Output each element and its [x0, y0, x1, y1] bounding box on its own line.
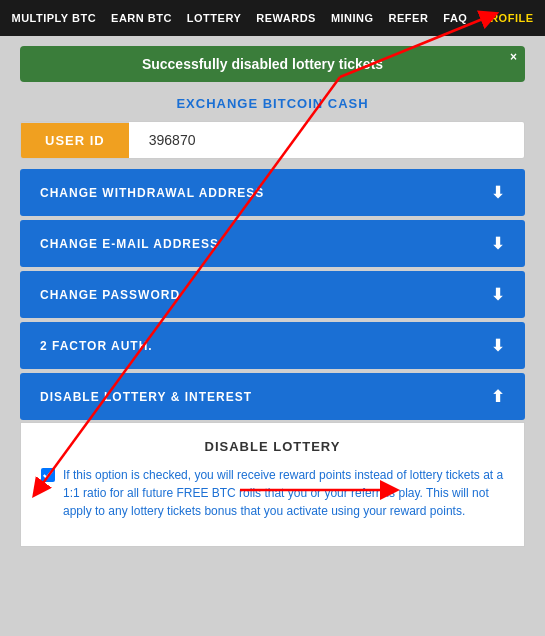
chevron-down-icon: ⬇: [491, 234, 505, 253]
nav-faq[interactable]: FAQ: [437, 12, 473, 24]
nav-multiply-btc[interactable]: MULTIPLY BTC: [5, 12, 102, 24]
accordion-2fa[interactable]: 2 FACTOR AUTH. ⬇: [20, 322, 525, 369]
nav-refer[interactable]: REFER: [383, 12, 435, 24]
user-id-value: 396870: [129, 122, 524, 158]
nav-mining[interactable]: MINING: [325, 12, 380, 24]
top-navigation: MULTIPLY BTC EARN BTC LOTTERY REWARDS MI…: [0, 0, 545, 36]
accordion-email[interactable]: CHANGE E-MAIL ADDRESS ⬇: [20, 220, 525, 267]
accordion-lottery-label: DISABLE LOTTERY & INTEREST: [40, 390, 252, 404]
user-id-row: USER ID 396870: [20, 121, 525, 159]
nav-profile[interactable]: PROFILE: [476, 12, 539, 24]
accordion-withdrawal[interactable]: CHANGE WITHDRAWAL ADDRESS ⬇: [20, 169, 525, 216]
nav-lottery[interactable]: LOTTERY: [181, 12, 247, 24]
accordion-2fa-label: 2 FACTOR AUTH.: [40, 339, 153, 353]
close-button[interactable]: ×: [510, 50, 517, 64]
lottery-accordion-content: DISABLE LOTTERY If this option is checke…: [20, 422, 525, 547]
lottery-description: If this option is checked, you will rece…: [63, 466, 504, 520]
nav-rewards[interactable]: REWARDS: [250, 12, 322, 24]
main-content: Successfully disabled lottery tickets × …: [0, 36, 545, 561]
accordion-lottery[interactable]: DISABLE LOTTERY & INTEREST ⬆: [20, 373, 525, 420]
success-banner: Successfully disabled lottery tickets ×: [20, 46, 525, 82]
lottery-check-row: If this option is checked, you will rece…: [41, 466, 504, 520]
chevron-down-icon: ⬇: [491, 336, 505, 355]
accordion-password[interactable]: CHANGE PASSWORD ⬇: [20, 271, 525, 318]
nav-earn-btc[interactable]: EARN BTC: [105, 12, 178, 24]
accordion-withdrawal-label: CHANGE WITHDRAWAL ADDRESS: [40, 186, 264, 200]
chevron-down-icon: ⬇: [491, 285, 505, 304]
success-message: Successfully disabled lottery tickets: [142, 56, 383, 72]
lottery-description-text: If this option is checked, you will rece…: [63, 468, 503, 518]
exchange-title: EXCHANGE BITCOIN CASH: [20, 96, 525, 111]
accordion-password-label: CHANGE PASSWORD: [40, 288, 180, 302]
chevron-up-icon: ⬆: [491, 387, 505, 406]
accordion-email-label: CHANGE E-MAIL ADDRESS: [40, 237, 219, 251]
disable-lottery-header: DISABLE LOTTERY: [41, 439, 504, 454]
user-id-label: USER ID: [21, 123, 129, 158]
disable-lottery-checkbox[interactable]: [41, 468, 55, 482]
chevron-down-icon: ⬇: [491, 183, 505, 202]
